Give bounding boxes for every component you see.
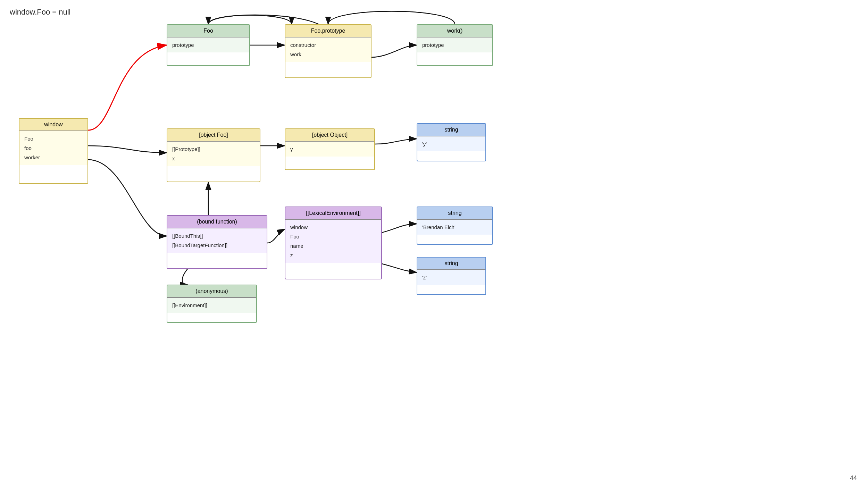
node-stringBrendan: string'Brendan Eich' xyxy=(417,207,493,245)
node-body-objectFoo: [[Prototype]]x xyxy=(167,142,260,166)
node-row-objectObject-0: y xyxy=(290,144,369,154)
node-row-objectFoo-0: [[Prototype]] xyxy=(172,144,255,154)
node-header-window: window xyxy=(19,119,87,131)
node-body-Foo: prototype xyxy=(167,37,249,52)
node-header-workFn: work() xyxy=(417,25,492,37)
node-row-window-2: worker xyxy=(24,153,83,162)
node-row-stringY-0: 'y' xyxy=(422,139,481,149)
node-row-FooPrototype-1: work xyxy=(290,50,366,59)
node-header-lexicalEnv: [[LexicalEnvironment]] xyxy=(285,207,381,220)
node-row-boundFunction-1: [[BoundTargetFunction]] xyxy=(172,241,262,250)
node-header-boundFunction: (bound function) xyxy=(167,216,267,228)
node-window: windowFoofooworker xyxy=(19,118,88,184)
node-boundFunction: (bound function)[[BoundThis]][[BoundTarg… xyxy=(167,215,267,269)
node-body-boundFunction: [[BoundThis]][[BoundTargetFunction]] xyxy=(167,228,267,253)
node-workFn: work()prototype xyxy=(417,24,493,66)
node-stringY: string'y' xyxy=(417,123,486,161)
node-objectFoo: [object Foo][[Prototype]]x xyxy=(167,128,260,182)
node-anonymous: (anonymous)[[Environment]] xyxy=(167,285,257,323)
node-body-workFn: prototype xyxy=(417,37,492,52)
node-header-stringY: string xyxy=(417,124,485,136)
node-lexicalEnv: [[LexicalEnvironment]]windowFoonamez xyxy=(285,207,382,279)
node-row-lexicalEnv-2: name xyxy=(290,241,376,251)
node-body-lexicalEnv: windowFoonamez xyxy=(285,220,381,263)
node-body-anonymous: [[Environment]] xyxy=(167,298,256,313)
node-body-FooPrototype: constructorwork xyxy=(285,37,371,62)
node-row-window-0: Foo xyxy=(24,134,83,143)
node-row-stringZ-0: 'z' xyxy=(422,273,481,282)
node-row-FooPrototype-0: constructor xyxy=(290,40,366,50)
node-row-Foo-0: prototype xyxy=(172,40,244,50)
node-header-objectObject: [object Object] xyxy=(285,129,374,142)
node-header-stringZ: string xyxy=(417,258,485,270)
node-row-objectFoo-1: x xyxy=(172,154,255,163)
node-body-objectObject: y xyxy=(285,142,374,157)
node-header-stringBrendan: string xyxy=(417,207,492,220)
node-row-anonymous-0: [[Environment]] xyxy=(172,301,251,310)
node-row-workFn-0: prototype xyxy=(422,40,487,50)
node-row-lexicalEnv-1: Foo xyxy=(290,232,376,241)
node-row-boundFunction-0: [[BoundThis]] xyxy=(172,231,262,241)
node-FooPrototype: Foo.prototypeconstructorwork xyxy=(285,24,372,78)
node-body-stringBrendan: 'Brendan Eich' xyxy=(417,220,492,235)
node-header-anonymous: (anonymous) xyxy=(167,285,256,298)
node-row-window-1: foo xyxy=(24,143,83,153)
node-body-stringY: 'y' xyxy=(417,136,485,151)
node-header-objectFoo: [object Foo] xyxy=(167,129,260,142)
node-header-Foo: Foo xyxy=(167,25,249,37)
node-body-window: Foofooworker xyxy=(19,131,87,165)
node-header-FooPrototype: Foo.prototype xyxy=(285,25,371,37)
node-objectObject: [object Object]y xyxy=(285,128,375,170)
node-stringZ: string'z' xyxy=(417,257,486,295)
node-row-stringBrendan-0: 'Brendan Eich' xyxy=(422,222,487,232)
page-number: 44 xyxy=(850,474,857,482)
diagram-title: window.Foo = null xyxy=(10,8,71,17)
node-row-lexicalEnv-3: z xyxy=(290,251,376,260)
node-row-lexicalEnv-0: window xyxy=(290,222,376,232)
node-body-stringZ: 'z' xyxy=(417,270,485,285)
node-Foo: Fooprototype xyxy=(167,24,250,66)
